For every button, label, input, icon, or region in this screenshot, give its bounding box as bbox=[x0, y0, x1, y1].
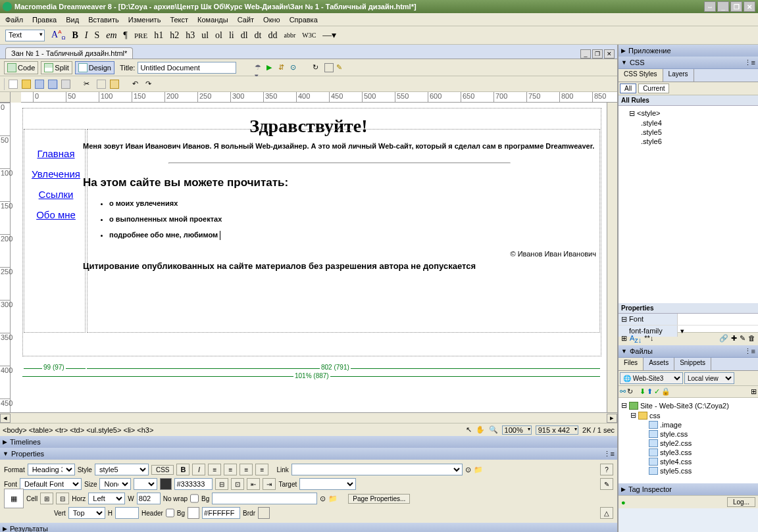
file-mgmt-icon[interactable]: ⇵ bbox=[278, 63, 288, 72]
vertical-scrollbar[interactable] bbox=[607, 103, 617, 412]
align-center-button[interactable]: ≡ bbox=[224, 464, 237, 475]
css-styles-tab[interactable]: CSS Styles bbox=[619, 69, 663, 82]
edit-rule-icon[interactable]: ✎ bbox=[740, 334, 745, 344]
refresh-files-icon[interactable]: ↻ bbox=[627, 387, 633, 396]
bg-browse-icon[interactable]: 📁 bbox=[328, 495, 338, 503]
undo-icon[interactable]: ↶ bbox=[132, 80, 141, 89]
menu-file[interactable]: Файл bbox=[5, 16, 23, 24]
site-select[interactable]: 🌐 Web-Site3 bbox=[620, 372, 683, 384]
print-icon[interactable] bbox=[61, 80, 70, 89]
bg-point-icon[interactable]: ⊙ bbox=[320, 495, 326, 503]
em-button[interactable]: em bbox=[106, 30, 116, 41]
attach-style-icon[interactable]: 🔗 bbox=[719, 334, 728, 344]
indent-button[interactable]: ⇥ bbox=[263, 478, 276, 490]
show-list-icon[interactable]: Az↓ bbox=[630, 334, 642, 344]
window-size-select[interactable]: 915 x 442 bbox=[536, 425, 578, 435]
delete-rule-icon[interactable]: 🗑 bbox=[748, 334, 755, 344]
collapse-button[interactable]: △ bbox=[600, 507, 613, 519]
snippets-tab[interactable]: Snippets bbox=[674, 358, 711, 370]
current-button[interactable]: Current bbox=[638, 84, 669, 93]
point-to-file-icon[interactable]: ⊙ bbox=[465, 466, 471, 474]
paragraph-button[interactable]: ¶ bbox=[124, 30, 128, 41]
text-color-swatch[interactable] bbox=[160, 478, 172, 490]
paste-icon[interactable] bbox=[110, 80, 119, 89]
code-view-button[interactable]: Code bbox=[4, 61, 38, 74]
quick-tag-button[interactable]: ✎ bbox=[600, 478, 613, 490]
select-tool-icon[interactable]: ↖ bbox=[466, 425, 472, 434]
doc-minimize-button[interactable]: _ bbox=[580, 49, 591, 59]
align-left-button[interactable]: ≡ bbox=[208, 464, 221, 475]
h-input[interactable] bbox=[115, 507, 139, 519]
bg-input[interactable] bbox=[212, 493, 317, 504]
ol-prop-button[interactable]: ⊟ bbox=[215, 478, 228, 490]
doc-restore-button[interactable]: ❐ bbox=[592, 49, 603, 59]
hand-tool-icon[interactable]: ✋ bbox=[476, 425, 485, 434]
minimize-button[interactable]: _ bbox=[717, 1, 729, 12]
files-tab[interactable]: Files bbox=[619, 358, 644, 370]
connect-icon[interactable]: ⚯ bbox=[620, 387, 626, 396]
checkout-icon[interactable]: ✓ bbox=[654, 387, 660, 396]
menu-view[interactable]: Вид bbox=[66, 16, 79, 24]
file-item[interactable]: style5.css bbox=[621, 466, 755, 475]
log-button[interactable]: Log... bbox=[727, 497, 755, 507]
w-input[interactable] bbox=[137, 493, 161, 504]
layers-tab[interactable]: Layers bbox=[663, 69, 694, 82]
menu-site[interactable]: Сайт bbox=[238, 16, 254, 24]
visual-aids-icon[interactable]: ✎ bbox=[336, 63, 345, 72]
dl-button[interactable]: dl bbox=[241, 30, 248, 41]
menu-window[interactable]: Окно bbox=[263, 16, 280, 24]
file-item[interactable]: style4.css bbox=[621, 457, 755, 466]
bg-color-swatch[interactable] bbox=[188, 507, 199, 519]
menu-modify[interactable]: Изменить bbox=[128, 16, 161, 24]
ul-button[interactable]: ul bbox=[201, 30, 209, 41]
results-panel-header[interactable]: ▶Результаты bbox=[0, 523, 617, 532]
bg-color-input[interactable] bbox=[202, 507, 240, 519]
folder-item[interactable]: ⊟ css bbox=[621, 410, 755, 420]
file-item[interactable]: style3.css bbox=[621, 448, 755, 457]
title-input[interactable] bbox=[138, 62, 236, 74]
validate-icon[interactable]: ▶ bbox=[266, 63, 276, 72]
style-select[interactable]: style5 bbox=[95, 464, 149, 475]
h2-button[interactable]: h2 bbox=[170, 30, 179, 41]
menu-help[interactable]: Справка bbox=[290, 16, 318, 24]
dt-button[interactable]: dt bbox=[255, 30, 262, 41]
restore-button[interactable]: ❐ bbox=[730, 1, 742, 12]
merge-cells-button[interactable]: ⊞ bbox=[40, 493, 53, 504]
help-button[interactable]: ? bbox=[600, 464, 613, 475]
abbr-button[interactable]: abbr bbox=[284, 32, 295, 39]
redo-icon[interactable]: ↷ bbox=[145, 80, 155, 89]
insert-category[interactable]: Text bbox=[5, 30, 45, 41]
properties-panel-header[interactable]: ▼Properties⋮≡ bbox=[0, 448, 617, 460]
timelines-panel-header[interactable]: ▶Timelines bbox=[0, 436, 617, 448]
align-justify-button[interactable]: ≡ bbox=[255, 464, 268, 475]
new-rule-icon[interactable]: ✚ bbox=[731, 334, 737, 344]
rule-item[interactable]: .style6 bbox=[621, 137, 755, 146]
assets-tab[interactable]: Assets bbox=[644, 358, 674, 370]
italic-button[interactable]: I bbox=[85, 30, 88, 41]
nav-link-about[interactable]: Обо мне bbox=[26, 209, 86, 220]
design-view-button[interactable]: Design bbox=[75, 61, 114, 74]
preview-icon[interactable]: ⊙ bbox=[290, 63, 299, 72]
author-link[interactable]: Иванов Иван Иванович bbox=[518, 250, 596, 258]
font-tag-editor-icon[interactable]: AAΩ bbox=[51, 29, 65, 41]
copy-icon[interactable] bbox=[97, 80, 106, 89]
show-set-icon[interactable]: **↓ bbox=[644, 334, 653, 344]
rule-item[interactable]: ⊟ <style> bbox=[621, 109, 755, 118]
outdent-button[interactable]: ⇤ bbox=[247, 478, 260, 490]
app-panel-header[interactable]: ▶Приложение bbox=[619, 45, 758, 57]
taginspector-panel-header[interactable]: ▶Tag Inspector bbox=[619, 483, 758, 495]
zoom-select[interactable]: 100% bbox=[502, 425, 532, 435]
h3-button[interactable]: h3 bbox=[186, 30, 195, 41]
refresh-icon[interactable]: ↻ bbox=[313, 63, 322, 72]
rule-item[interactable]: .style4 bbox=[621, 118, 755, 128]
open-icon[interactable] bbox=[22, 80, 31, 89]
text-color-input[interactable] bbox=[174, 478, 213, 490]
no-browser-check-icon[interactable]: ☂▾ bbox=[255, 63, 264, 72]
new-icon[interactable] bbox=[9, 80, 18, 89]
all-button[interactable]: All bbox=[620, 84, 636, 93]
ol-button[interactable]: ol bbox=[215, 30, 222, 41]
swap-icon[interactable]: ↔ bbox=[704, 1, 716, 12]
show-category-icon[interactable]: ⊞ bbox=[621, 334, 627, 344]
doc-close-button[interactable]: ✕ bbox=[604, 49, 615, 59]
get-icon[interactable]: ⬇ bbox=[640, 387, 645, 396]
